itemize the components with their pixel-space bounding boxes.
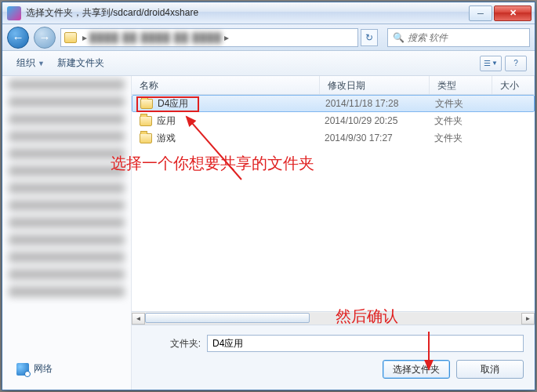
scroll-left-button[interactable]: ◄ [132, 313, 145, 325]
search-icon: 🔍 [393, 32, 405, 43]
breadcrumb[interactable]: ▸ ████ ██ ████ ██ ████ ▸ [60, 28, 358, 47]
folder-row[interactable]: 应用 2014/10/29 20:25 文件夹 [132, 112, 535, 129]
column-headers[interactable]: 名称 修改日期 类型 大小 [132, 76, 535, 95]
chevron-right-icon: ▸ [224, 32, 229, 43]
main-pane: 名称 修改日期 类型 大小 D4应用 2014/11/18 17:28 文件夹 … [132, 76, 535, 390]
view-mode-button[interactable]: ☰▼ [480, 56, 502, 71]
window-title: 选择文件夹，共享到/sdcard/droid4xshare [26, 6, 469, 20]
col-date[interactable]: 修改日期 [320, 76, 430, 94]
folder-icon [140, 99, 153, 109]
titlebar[interactable]: 选择文件夹，共享到/sdcard/droid4xshare ─ ✕ [2, 2, 535, 24]
close-button[interactable]: ✕ [494, 5, 532, 21]
col-size[interactable]: 大小 [492, 76, 535, 94]
help-button[interactable]: ? [505, 56, 527, 71]
chevron-down-icon: ▼ [38, 60, 45, 67]
folder-row[interactable]: 游戏 2014/9/30 17:27 文件夹 [132, 129, 535, 147]
folder-icon [140, 116, 152, 126]
cancel-button[interactable]: 取消 [456, 360, 524, 379]
chevron-right-icon: ▸ [82, 32, 87, 43]
scroll-right-button[interactable]: ► [521, 313, 535, 325]
new-folder-button[interactable]: 新建文件夹 [51, 53, 111, 73]
horizontal-scrollbar[interactable]: ◄ ► [132, 311, 535, 325]
file-list[interactable]: D4应用 2014/11/18 17:28 文件夹 应用 2014/10/29 … [132, 95, 535, 325]
network-icon [16, 363, 29, 376]
col-type[interactable]: 类型 [430, 76, 492, 94]
bottom-panel: 文件夹: 选择文件夹 取消 [132, 325, 535, 390]
select-folder-button[interactable]: 选择文件夹 [383, 360, 450, 379]
scroll-track[interactable] [145, 313, 521, 325]
content-area: 网络 名称 修改日期 类型 大小 D4应用 2014/11/18 17:28 文… [2, 76, 535, 390]
toolbar: 组织▼ 新建文件夹 ☰▼ ? [2, 51, 535, 76]
navbar: ← → ▸ ████ ██ ████ ██ ████ ▸ ↻ 🔍 [2, 24, 535, 51]
refresh-button[interactable]: ↻ [361, 29, 378, 46]
folder-name-input[interactable] [207, 335, 524, 352]
sidebar-item-network[interactable]: 网络 [16, 362, 53, 376]
search-box[interactable]: 🔍 [387, 28, 530, 47]
back-button[interactable]: ← [7, 27, 29, 49]
organize-menu[interactable]: 组织▼ [10, 53, 51, 73]
col-name[interactable]: 名称 [132, 76, 320, 94]
folder-icon [140, 133, 152, 143]
app-icon [7, 6, 21, 20]
folder-icon [64, 32, 77, 43]
minimize-button[interactable]: ─ [469, 5, 492, 21]
scroll-thumb[interactable] [145, 313, 310, 323]
folder-row[interactable]: D4应用 2014/11/18 17:28 文件夹 [132, 95, 535, 112]
folder-picker-window: 选择文件夹，共享到/sdcard/droid4xshare ─ ✕ ← → ▸ … [2, 2, 535, 390]
forward-button[interactable]: → [34, 27, 56, 49]
folder-label: 文件夹: [143, 337, 201, 350]
sidebar[interactable]: 网络 [2, 76, 132, 390]
search-input[interactable] [408, 32, 524, 43]
